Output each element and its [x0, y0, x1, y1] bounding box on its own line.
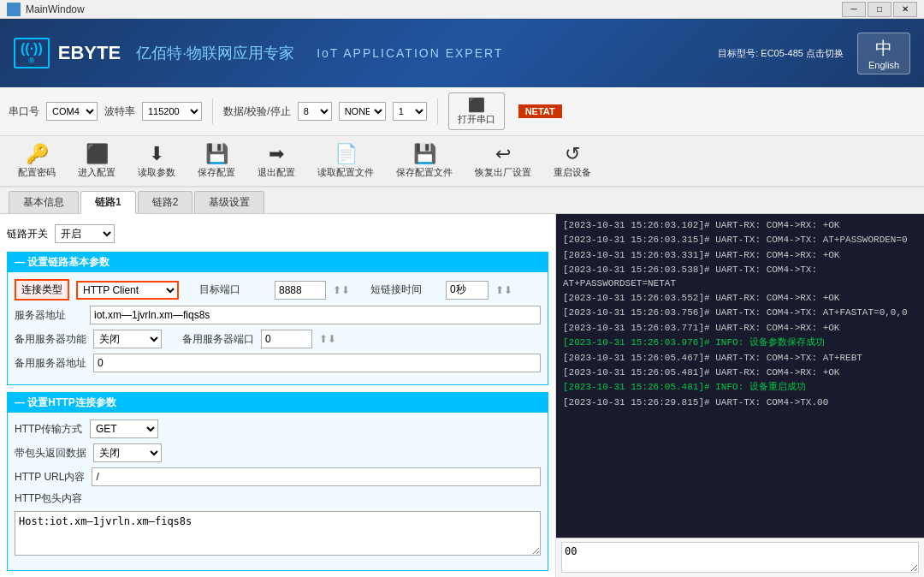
server-addr-row: 服务器地址 [15, 306, 541, 324]
read-param-label: 读取参数 [138, 166, 175, 179]
log-area: [2023-10-31 15:26:03.102]# UART-RX: COM4… [556, 214, 924, 538]
tab-advanced[interactable]: 基级设置 [194, 191, 264, 213]
http-method-select[interactable]: GET [90, 419, 158, 438]
http-header-select[interactable]: 关闭 [93, 443, 162, 462]
open-port-button[interactable]: ⬛ 打开串口 [448, 92, 505, 130]
enter-config-button[interactable]: ⬛ 进入配置 [68, 140, 125, 182]
backup-port-input[interactable] [261, 330, 312, 348]
save-config-button[interactable]: 💾 保存配置 [188, 140, 245, 182]
parity-select[interactable]: NONE [339, 102, 386, 121]
section-http-params-header: — 设置HTTP连接参数 [8, 393, 548, 413]
data-select[interactable]: 8 [298, 102, 332, 121]
config-pwd-icon: 🔑 [26, 143, 49, 165]
title-bar: MainWindow ─ □ ✕ [0, 0, 924, 19]
log-line: [2023-10-31 15:26:29.815]# UART-TX: COM4… [563, 396, 917, 409]
separator1 [212, 98, 213, 124]
netat-badge: NETAT [518, 104, 562, 118]
brand-name: EBYTE [58, 42, 121, 64]
reset-device-button[interactable]: ↺ 重启设备 [544, 140, 601, 182]
tab-basic-info[interactable]: 基本信息 [9, 191, 79, 213]
close-button[interactable]: ✕ [893, 2, 917, 17]
backup-addr-input[interactable] [93, 354, 541, 372]
server-addr-input[interactable] [90, 306, 541, 324]
connect-type-row: 连接类型 HTTP Client 目标端口 ⬆⬇ 短链接时间 ⬆⬇ [15, 279, 541, 300]
title-bar-text: MainWindow [26, 3, 842, 15]
backup-func-row: 备用服务器功能 关闭 备用服务器端口 ⬆⬇ [15, 330, 541, 348]
http-url-label: HTTP URL内容 [15, 470, 85, 485]
baud-select[interactable]: 115200 [142, 102, 202, 121]
log-line: [2023-10-31 15:26:05.467]# UART-TX: COM4… [563, 352, 917, 365]
enter-config-icon: ⬛ [86, 143, 109, 165]
baud-label: 波特率 [104, 104, 135, 119]
http-header-content-input-row: Host:iot.xm—1jvrln.xm—fiqs8s [15, 511, 541, 563]
right-panel: [2023-10-31 15:26:03.102]# UART-RX: COM4… [556, 214, 924, 577]
backup-addr-label: 备用服务器地址 [15, 356, 86, 371]
connect-type-label: 连接类型 [15, 279, 69, 300]
read-config-file-label: 读取配置文件 [317, 166, 374, 179]
window-controls[interactable]: ─ □ ✕ [842, 2, 917, 17]
log-input-area: 00 [556, 538, 924, 577]
target-port-input[interactable] [275, 281, 326, 300]
maximize-button[interactable]: □ [868, 2, 891, 17]
log-line: [2023-10-31 15:26:03.102]# UART-RX: COM4… [563, 219, 917, 232]
port-icon: ⬛ [468, 97, 485, 113]
reconnect-time-input[interactable] [446, 281, 489, 300]
http-header-content-row: HTTP包头内容 [15, 491, 541, 506]
restore-output-button[interactable]: ↩ 恢复出厂设置 [465, 140, 541, 182]
header-right: 目标型号: EC05-485 点击切换 中 English [718, 33, 910, 74]
log-line: [2023-10-31 15:26:03.976]# INFO: 设备参数保存成… [563, 336, 917, 349]
http-url-input[interactable] [92, 467, 541, 486]
brand-tagline: IoT APPLICATION EXPERT [317, 46, 503, 60]
toolbar2: 🔑 配置密码 ⬛ 进入配置 ⬇ 读取参数 💾 保存配置 ➡ 退出配置 📄 读取配… [0, 136, 924, 187]
restore-output-icon: ↩ [495, 143, 511, 165]
log-line: [2023-10-31 15:26:05.481]# INFO: 设备重启成功 [563, 381, 917, 394]
data-label: 数据/校验/停止 [223, 104, 291, 119]
save-config-label: 保存配置 [198, 166, 235, 179]
section-basic-params: — 设置链路基本参数 连接类型 HTTP Client 目标端口 ⬆⬇ 短链接时… [7, 252, 548, 385]
reset-device-label: 重启设备 [554, 166, 591, 179]
port-select[interactable]: COM4 [46, 102, 98, 121]
connect-type-select[interactable]: HTTP Client [76, 281, 179, 300]
config-pwd-label: 配置密码 [18, 166, 56, 179]
header: ((·)) ® EBYTE 亿佰特·物联网应用专家 IoT APPLICATIO… [0, 19, 924, 87]
exit-config-button[interactable]: ➡ 退出配置 [248, 140, 305, 182]
backup-func-label: 备用服务器功能 [15, 332, 86, 347]
http-header-row: 带包头返回数据 关闭 [15, 443, 541, 462]
section-http-params: — 设置HTTP连接参数 HTTP传输方式 GET 带包头返回数据 关闭 HTT… [7, 392, 548, 571]
target-model[interactable]: 目标型号: EC05-485 点击切换 [718, 47, 844, 60]
http-method-row: HTTP传输方式 GET [15, 419, 541, 438]
nav-tabs: 基本信息 链路1 链路2 基级设置 [0, 187, 924, 214]
tab-chain2[interactable]: 链路2 [138, 191, 193, 213]
separator2 [437, 98, 438, 124]
logo-radio-icon: ((·)) [21, 41, 43, 57]
lang-en-label: English [868, 60, 899, 70]
backup-port-label: 备用服务器端口 [182, 332, 254, 347]
http-header-content-textarea[interactable]: Host:iot.xm—1jvrln.xm—fiqs8s [15, 511, 541, 556]
section-http-params-body: HTTP传输方式 GET 带包头返回数据 关闭 HTTP URL内容 HT [8, 413, 548, 570]
logo-registered: ® [29, 57, 35, 65]
read-param-icon: ⬇ [149, 143, 164, 165]
stop-select[interactable]: 1 [393, 102, 427, 121]
minimize-button[interactable]: ─ [842, 2, 866, 17]
toolbar1: 串口号 COM4 波特率 115200 数据/校验/停止 8 NONE 1 ⬛ … [0, 87, 924, 136]
read-config-file-button[interactable]: 📄 读取配置文件 [308, 140, 383, 182]
target-port-arrows: ⬆⬇ [333, 284, 350, 296]
restore-output-label: 恢复出厂设置 [475, 166, 531, 179]
save-config-file-button[interactable]: 💾 保存配置文件 [387, 140, 462, 182]
log-line: [2023-10-31 15:26:03.552]# UART-RX: COM4… [563, 292, 917, 305]
config-pwd-button[interactable]: 🔑 配置密码 [9, 140, 65, 182]
chain-toggle-label: 链路开关 [7, 227, 48, 241]
log-line: [2023-10-31 15:26:05.481]# UART-RX: COM4… [563, 366, 917, 379]
read-param-button[interactable]: ⬇ 读取参数 [128, 140, 185, 182]
target-model-text: 目标型号: EC05-485 点击切换 [718, 48, 844, 58]
left-panel: 链路开关 开启 — 设置链路基本参数 连接类型 HTTP Client 目标端口… [0, 214, 556, 577]
main-content: 链路开关 开启 — 设置链路基本参数 连接类型 HTTP Client 目标端口… [0, 214, 924, 577]
tab-chain1[interactable]: 链路1 [80, 191, 136, 214]
language-button[interactable]: 中 English [857, 33, 910, 74]
chain-toggle-row: 链路开关 开启 [7, 221, 548, 247]
chain-toggle-select[interactable]: 开启 [55, 224, 115, 243]
reconnect-arrows: ⬆⬇ [495, 284, 512, 296]
lang-zh-icon: 中 [875, 37, 892, 60]
backup-func-select[interactable]: 关闭 [93, 330, 162, 348]
log-input[interactable]: 00 [561, 542, 919, 573]
